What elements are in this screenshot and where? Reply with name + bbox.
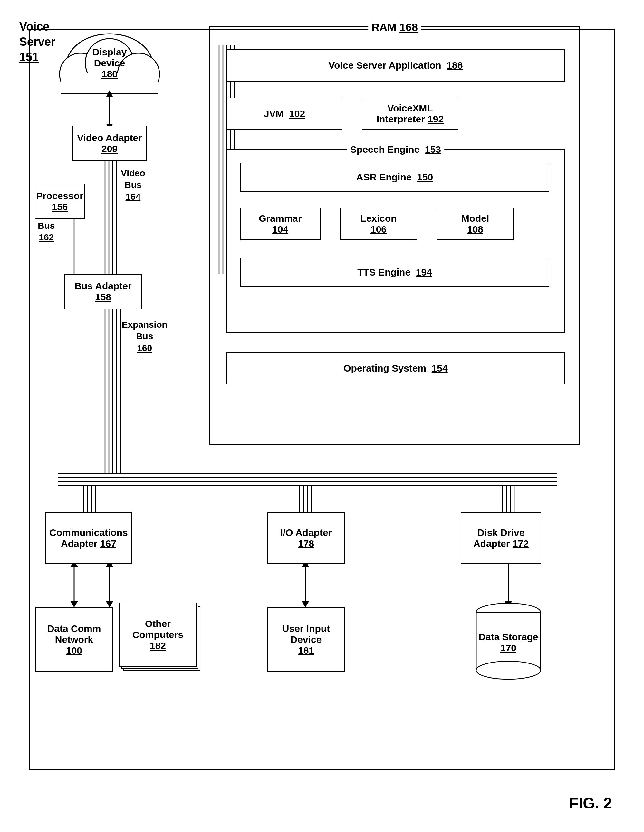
lexicon-box: Lexicon106 xyxy=(340,208,417,240)
tts-engine-box: TTS Engine 194 xyxy=(240,258,549,287)
model-box: Model108 xyxy=(436,208,514,240)
ram-box: RAM 168 Voice Server Application 188 JVM… xyxy=(209,26,580,445)
comm-adapter-box: CommunicationsAdapter 167 xyxy=(45,512,132,564)
diagram: VoiceServer151 FIG. 2 xyxy=(10,10,631,825)
bus-adapter-box: Bus Adapter158 xyxy=(64,274,142,309)
svg-point-60 xyxy=(476,661,540,679)
svg-marker-45 xyxy=(70,601,78,607)
processor-box: Processor156 xyxy=(35,184,85,219)
operating-system-box: Operating System 154 xyxy=(227,352,565,384)
jvm-box: JVM 102 xyxy=(227,98,342,130)
svg-marker-48 xyxy=(105,601,113,607)
ram-label: RAM 168 xyxy=(368,21,421,34)
expansion-bus-label: ExpansionBus160 xyxy=(122,319,168,354)
other-computers-container: Other Computers182 xyxy=(119,603,197,667)
video-bus-label: VideoBus164 xyxy=(121,168,145,203)
speech-engine-box: Speech Engine 153 ASR Engine 150 Grammar… xyxy=(227,149,565,333)
user-input-device-box: User InputDevice181 xyxy=(267,607,345,672)
io-adapter-box: I/O Adapter178 xyxy=(267,512,345,564)
disk-drive-adapter-box: Disk DriveAdapter 172 xyxy=(461,512,541,564)
data-comm-network-box: Data CommNetwork100 xyxy=(35,607,113,672)
data-storage-label: Data Storage170 xyxy=(476,632,540,653)
voice-server-app-box: Voice Server Application 188 xyxy=(227,49,565,82)
asr-engine-box: ASR Engine 150 xyxy=(240,163,549,192)
display-device-label: DisplayDevice180 xyxy=(69,47,150,80)
svg-marker-51 xyxy=(302,601,309,607)
voicexml-interpreter-box: VoiceXMLInterpreter 192 xyxy=(362,98,459,130)
video-adapter-box: Video Adapter209 xyxy=(72,126,147,161)
grammar-box: Grammar104 xyxy=(240,208,321,240)
speech-engine-label: Speech Engine 153 xyxy=(347,144,444,155)
